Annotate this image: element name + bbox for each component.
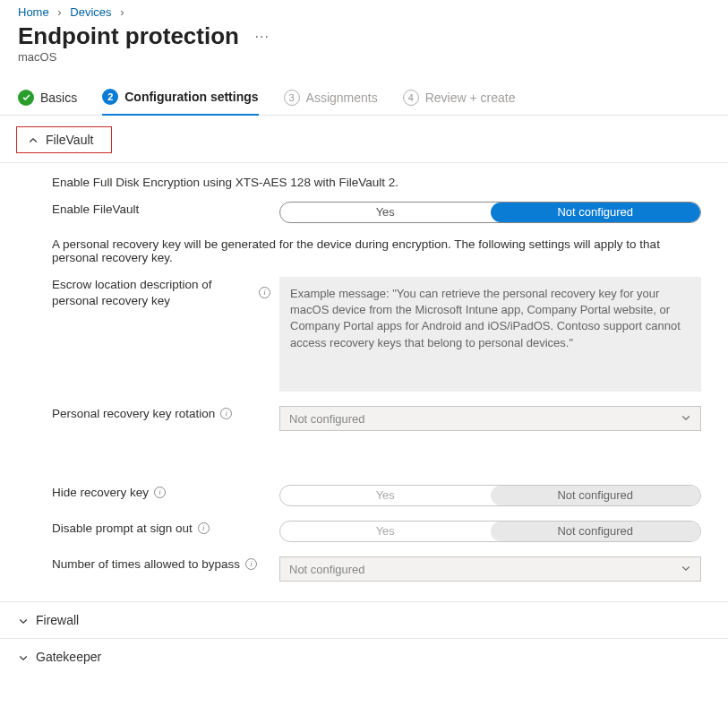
breadcrumb-home[interactable]: Home	[18, 5, 49, 19]
section-gatekeeper-toggle[interactable]: Gatekeeper	[0, 638, 728, 675]
toggle-yes-option[interactable]: Yes	[280, 486, 491, 505]
escrow-location-textarea[interactable]: Example message: "You can retrieve the p…	[279, 277, 701, 392]
breadcrumb: Home › Devices ›	[0, 0, 728, 21]
disable-prompt-toggle[interactable]: Yes Not configured	[279, 521, 701, 542]
info-icon[interactable]: i	[245, 558, 257, 570]
toggle-yes-option[interactable]: Yes	[280, 203, 491, 222]
chevron-right-icon: ›	[115, 5, 129, 19]
chevron-down-icon	[18, 615, 29, 625]
filevault-content: Enable Full Disk Encryption using XTS-AE…	[0, 163, 728, 601]
rotation-label: Personal recovery key rotation i	[52, 406, 279, 422]
check-icon	[18, 90, 34, 106]
hide-recovery-key-label: Hide recovery key i	[52, 485, 279, 501]
enable-filevault-label: Enable FileVault	[52, 202, 279, 218]
bypass-count-select[interactable]: Not configured	[279, 556, 701, 582]
step-label: Basics	[40, 91, 77, 105]
chevron-up-icon	[28, 134, 39, 145]
page-title: Endpoint protection	[18, 22, 239, 50]
step-review-create[interactable]: 4 Review + create	[403, 90, 516, 115]
section-firewall-toggle[interactable]: Firewall	[0, 601, 728, 638]
breadcrumb-devices[interactable]: Devices	[70, 5, 111, 19]
step-label: Assignments	[306, 91, 378, 105]
recovery-key-note: A personal recovery key will be generate…	[52, 237, 701, 264]
section-filevault-toggle[interactable]: FileVault	[16, 126, 112, 153]
step-number-icon: 2	[102, 89, 118, 105]
toggle-notconfigured-option[interactable]: Not configured	[491, 522, 701, 541]
toggle-yes-option[interactable]: Yes	[280, 522, 491, 541]
info-icon[interactable]: i	[220, 408, 232, 419]
step-number-icon: 4	[403, 90, 419, 106]
step-configuration-settings[interactable]: 2 Configuration settings	[102, 89, 258, 116]
chevron-right-icon: ›	[52, 5, 66, 19]
bypass-select-value: Not configured	[289, 563, 365, 576]
escrow-location-label: Escrow location description of personal …	[52, 277, 279, 308]
filevault-intro: Enable Full Disk Encryption using XTS-AE…	[52, 176, 701, 189]
disable-prompt-label: Disable prompt at sign out i	[52, 521, 279, 537]
chevron-down-icon	[681, 412, 691, 426]
section-title: Firewall	[36, 613, 79, 627]
info-icon[interactable]: i	[154, 487, 166, 498]
section-title: Gatekeeper	[36, 650, 101, 664]
step-label: Review + create	[425, 91, 516, 105]
enable-filevault-toggle[interactable]: Yes Not configured	[279, 202, 701, 223]
chevron-down-icon	[681, 563, 691, 576]
wizard-steps: Basics 2 Configuration settings 3 Assign…	[0, 73, 728, 116]
rotation-select[interactable]: Not configured	[279, 406, 701, 431]
more-actions-button[interactable]: ···	[243, 29, 270, 44]
step-basics[interactable]: Basics	[18, 90, 77, 115]
page-header: Endpoint protection ··· macOS	[0, 21, 728, 73]
chevron-down-icon	[18, 651, 29, 662]
page-subtitle: macOS	[18, 50, 710, 64]
bypass-count-label: Number of times allowed to bypass i	[52, 556, 279, 573]
info-icon[interactable]: i	[198, 522, 210, 534]
step-label: Configuration settings	[124, 90, 258, 104]
step-assignments[interactable]: 3 Assignments	[284, 90, 378, 115]
toggle-notconfigured-option[interactable]: Not configured	[491, 486, 701, 505]
section-title: FileVault	[46, 133, 93, 147]
step-number-icon: 3	[284, 90, 300, 106]
rotation-select-value: Not configured	[289, 412, 365, 426]
info-icon[interactable]: i	[259, 287, 270, 298]
toggle-notconfigured-option[interactable]: Not configured	[491, 203, 701, 222]
hide-recovery-key-toggle[interactable]: Yes Not configured	[279, 485, 701, 506]
